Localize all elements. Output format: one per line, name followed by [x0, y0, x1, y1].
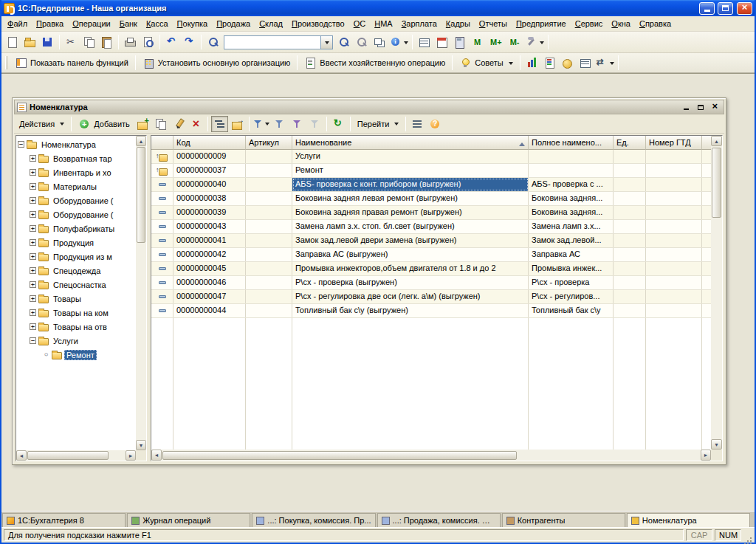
hierarchical-view-button[interactable] [211, 116, 228, 132]
cell-code[interactable]: 00000000046 [173, 276, 246, 289]
tree-item[interactable]: + Товары [16, 292, 136, 306]
resize-grip[interactable] [743, 531, 752, 540]
windows-button[interactable] [371, 34, 388, 50]
clear-filter-button[interactable] [306, 116, 323, 132]
cell-name[interactable]: Боковина задняя левая ремонт (выгружен) [292, 192, 529, 205]
scroll-left-button[interactable] [151, 450, 162, 461]
cell-code[interactable]: 00000000040 [173, 178, 246, 191]
cash-shortcut-button[interactable] [559, 55, 576, 71]
tree-expander[interactable]: + [30, 281, 36, 288]
tree-item[interactable]: + Полуфабрикаты [16, 221, 136, 235]
header-name[interactable]: Наименование [292, 136, 529, 150]
header-fullname[interactable]: Полное наимено... [529, 136, 614, 150]
cell-gtd[interactable] [646, 178, 702, 191]
cell-gtd[interactable] [646, 192, 702, 205]
tree-expander[interactable]: + [30, 197, 36, 204]
panel-title-bar[interactable]: Номенклатура [14, 100, 724, 114]
cell-fullname[interactable]: Боковина задняя... [529, 192, 614, 205]
cell-article[interactable] [246, 150, 292, 163]
scroll-thumb[interactable] [27, 451, 109, 460]
toolbar-combobox-input[interactable] [224, 37, 320, 48]
enter-operation-button[interactable]: Ввести хозяйственную операцию [300, 55, 449, 71]
cell-unit[interactable] [614, 150, 646, 163]
chart-shortcut-button[interactable] [523, 55, 540, 71]
cell-fullname[interactable]: Р\сх - проверка [529, 276, 614, 289]
cell-gtd[interactable] [646, 276, 702, 289]
menu-item[interactable]: Сервис [571, 17, 608, 30]
menu-item[interactable]: Продажа [212, 17, 255, 30]
window-tab[interactable]: Контрагенты [502, 513, 625, 527]
cell-name[interactable]: Заправка АС (выгружен) [292, 248, 529, 261]
cell-unit[interactable] [614, 276, 646, 289]
new-button[interactable] [4, 34, 21, 50]
cell-name[interactable]: Ремонт [292, 164, 529, 177]
header-unit[interactable]: Ед. [614, 136, 646, 150]
grid-shortcut-button[interactable] [577, 55, 594, 71]
menu-item[interactable]: Касса [142, 17, 173, 30]
table-row[interactable]: 00000000044 Топливный бак с\у (выгружен)… [151, 304, 711, 318]
delete-mark-button[interactable] [188, 116, 205, 132]
tree-item[interactable]: + Спецоснастка [16, 278, 136, 292]
header-gtd[interactable]: Номер ГТД [646, 136, 702, 150]
tree-item[interactable]: + Возвратная тар [16, 151, 136, 165]
info-button[interactable] [388, 34, 409, 50]
table-row[interactable]: 00000000047 Р\сх - регулировка две оси (… [151, 290, 711, 304]
cell-unit[interactable] [614, 164, 646, 177]
cell-fullname[interactable]: Промывка инжек... [529, 262, 614, 275]
show-functions-button[interactable]: Показать панель функций [11, 55, 132, 71]
actions-button[interactable]: Действия [16, 116, 68, 132]
find-previous-button[interactable] [353, 34, 370, 50]
cell-name[interactable]: Боковина задняя правая ремонт (выгружен) [292, 206, 529, 219]
table-row[interactable]: 00000000038 Боковина задняя левая ремонт… [151, 192, 711, 206]
cell-article[interactable] [246, 220, 292, 233]
memory-add-button[interactable]: M+ [487, 34, 506, 50]
window-tab[interactable]: 1С:Бухгалтерия 8 [2, 513, 126, 527]
menu-item[interactable]: Покупка [173, 17, 213, 30]
cell-code[interactable]: 00000000038 [173, 192, 246, 205]
table-row[interactable]: 00000000045 Промывка инжекторов,объем дв… [151, 262, 711, 276]
tree-expander[interactable]: − [18, 141, 24, 148]
scroll-thumb[interactable] [712, 148, 721, 218]
cell-gtd[interactable] [646, 150, 702, 163]
window-tab[interactable]: Номенклатура [627, 513, 750, 527]
menu-item[interactable]: НМА [370, 17, 396, 30]
table-vertical-scrollbar[interactable] [711, 136, 722, 450]
find-button[interactable] [205, 34, 221, 50]
save-button[interactable] [39, 34, 56, 50]
cell-article[interactable] [246, 248, 292, 261]
cell-name[interactable]: Замок зад.левой двери замена (выгружен) [292, 234, 529, 247]
menu-item[interactable]: Окна [607, 17, 635, 30]
scroll-down-button[interactable] [711, 439, 722, 450]
edit-button[interactable] [170, 116, 187, 132]
cell-gtd[interactable] [646, 248, 702, 261]
cell-article[interactable] [246, 276, 292, 289]
table-row[interactable]: 00000000043 Замена ламп з.х. стоп. бл.св… [151, 220, 711, 234]
cell-name[interactable]: АБS- проверка с конт. прибором (выгружен… [292, 178, 529, 191]
tree-item[interactable]: + Оборудование ( [16, 207, 136, 221]
tree-expander[interactable]: + [30, 309, 36, 316]
scroll-thumb[interactable] [162, 451, 517, 460]
tree-item[interactable]: + Инвентарь и хо [16, 165, 136, 179]
cell-gtd[interactable] [646, 164, 702, 177]
cell-gtd[interactable] [646, 234, 702, 247]
copy-item-button[interactable] [152, 116, 169, 132]
cell-gtd[interactable] [646, 206, 702, 219]
tree-expander[interactable]: ○ [43, 351, 49, 358]
menu-item[interactable]: Файл [3, 17, 32, 30]
tree-item[interactable]: ○ Ремонт [16, 348, 136, 362]
scroll-right-button[interactable] [126, 450, 136, 461]
tree-item[interactable]: − Номенклатура [16, 137, 136, 151]
cell-article[interactable] [246, 178, 292, 191]
tree-item[interactable]: − Услуги [16, 334, 136, 348]
print-preview-button[interactable] [140, 34, 157, 50]
scroll-up-button[interactable] [136, 136, 146, 146]
tree-expander[interactable]: − [30, 337, 36, 344]
add-group-button[interactable] [134, 116, 151, 132]
tree-expander[interactable]: + [30, 155, 36, 162]
help-button[interactable] [427, 116, 444, 132]
cell-code[interactable]: 00000000042 [173, 248, 246, 261]
cell-code[interactable]: 00000000039 [173, 206, 246, 219]
window-tab[interactable]: Журнал операций [127, 513, 250, 527]
panel-maximize-button[interactable] [695, 102, 707, 112]
cell-code[interactable]: 00000000041 [173, 234, 246, 247]
